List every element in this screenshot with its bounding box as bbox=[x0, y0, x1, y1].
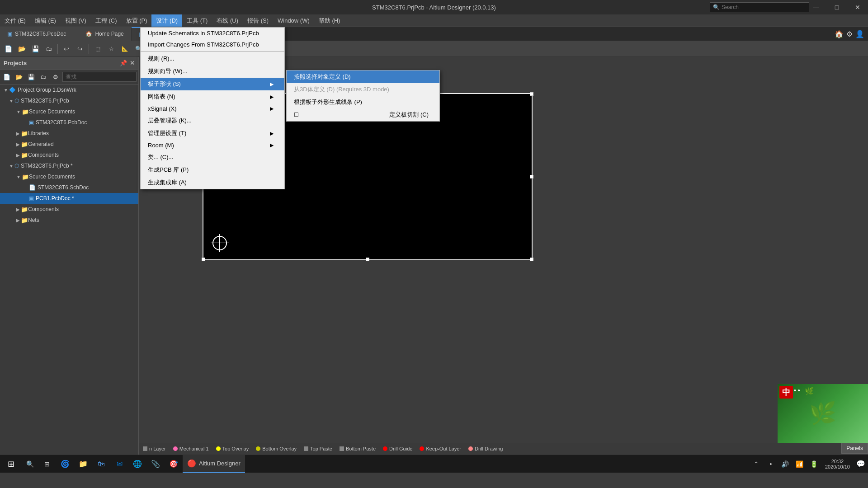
tray-volume[interactable]: 🔊 bbox=[778, 455, 793, 473]
highlight-btn[interactable]: ☆ bbox=[105, 42, 118, 55]
menu-classes[interactable]: 类... (C)... bbox=[141, 151, 284, 164]
menu-rules-wizard[interactable]: 规则向导 (W)... bbox=[141, 65, 284, 78]
save-all-btn[interactable]: 🗂 bbox=[42, 42, 55, 55]
layer-top-overlay[interactable]: Top Overlay bbox=[212, 443, 253, 455]
menu-gen-pcb[interactable]: 生成PCB 库 (P) bbox=[141, 164, 284, 176]
save-doc-btn[interactable]: 💾 bbox=[26, 71, 37, 82]
tree-schdoc[interactable]: 📄 STM32C8T6.SchDoc bbox=[0, 182, 138, 193]
new-doc-btn[interactable]: 📄 bbox=[2, 71, 12, 82]
menu-project[interactable]: 工程 (C) bbox=[91, 14, 122, 27]
tree-pcb1[interactable]: ▣ PCB1.PcbDoc * bbox=[0, 193, 138, 204]
tray-network[interactable]: 📶 bbox=[793, 455, 807, 473]
panels-button[interactable]: Panels bbox=[841, 443, 868, 454]
menu-layer-set[interactable]: 管理层设置 (T) ▶ bbox=[141, 127, 284, 140]
tab-pcbdoc[interactable]: ▣ STM32C8T6.PcbDoc bbox=[0, 27, 78, 41]
tray-dot[interactable]: • bbox=[764, 455, 778, 473]
save-btn[interactable]: 💾 bbox=[29, 42, 42, 55]
panel-pin-icon[interactable]: 📌 bbox=[120, 60, 127, 66]
layer-drill-guide[interactable]: Drill Guide bbox=[379, 443, 416, 455]
tree-components-2[interactable]: ▶ 📁 Components bbox=[0, 204, 138, 215]
sep1 bbox=[57, 44, 58, 54]
menu-place[interactable]: 放置 (P) bbox=[122, 14, 152, 27]
start-button[interactable]: ⊞ bbox=[0, 455, 22, 473]
layer-drill-drawing[interactable]: Drill Drawing bbox=[465, 443, 506, 455]
search-box[interactable]: 🔍 bbox=[710, 2, 809, 12]
menu-update-sch[interactable]: Update Schematics in STM32C8T6.PrjPcb bbox=[141, 28, 284, 39]
close-button[interactable]: ✕ bbox=[847, 0, 868, 14]
minimize-button[interactable]: — bbox=[806, 0, 826, 14]
home-icon[interactable]: 🏠 bbox=[835, 30, 844, 38]
menu-netlist[interactable]: 网络表 (N) ▶ bbox=[141, 90, 284, 103]
ie-btn[interactable]: 🌐 bbox=[128, 455, 146, 473]
undo-btn[interactable]: ↩ bbox=[60, 42, 73, 55]
redo-btn[interactable]: ↪ bbox=[74, 42, 86, 55]
restore-button[interactable]: □ bbox=[826, 0, 847, 14]
explorer-btn[interactable]: 📁 bbox=[74, 455, 92, 473]
settings-panel-btn[interactable]: ⚙ bbox=[50, 71, 61, 82]
tab-pcbdoc-label: STM32C8T6.PcbDoc bbox=[15, 31, 66, 37]
select-btn[interactable]: ⬚ bbox=[91, 42, 104, 55]
tray-chevron[interactable]: ⌃ bbox=[749, 455, 764, 473]
measure-btn[interactable]: 📐 bbox=[118, 42, 131, 55]
menu-edit[interactable]: 编辑 (E) bbox=[30, 14, 61, 27]
menu-tools[interactable]: 工具 (T) bbox=[182, 14, 212, 27]
new-btn[interactable]: 📄 bbox=[2, 42, 14, 55]
edge-btn[interactable]: 🌀 bbox=[56, 455, 74, 473]
tab-homepage[interactable]: 🏠 Home Page bbox=[78, 27, 131, 41]
open-btn[interactable]: 📂 bbox=[15, 42, 28, 55]
menu-rules[interactable]: 规则 (R)... bbox=[141, 52, 284, 65]
tree-project-2[interactable]: ▼ ⬡ STM32C8T6.PrjPcb * bbox=[0, 160, 138, 171]
menu-xsignal[interactable]: xSignal (X) ▶ bbox=[141, 103, 284, 114]
search-input[interactable] bbox=[722, 4, 806, 10]
menu-report[interactable]: 报告 (S) bbox=[243, 14, 273, 27]
notification-btn[interactable]: 💬 bbox=[854, 455, 868, 473]
app1-btn[interactable]: 📎 bbox=[146, 455, 165, 473]
menu-window[interactable]: Window (W) bbox=[273, 14, 314, 27]
menu-route[interactable]: 布线 (U) bbox=[212, 14, 243, 27]
menu-layer-mgr[interactable]: 层叠管理器 (K)... bbox=[141, 114, 284, 127]
tree-nets[interactable]: ▶ 📁 Nets bbox=[0, 215, 138, 225]
store-btn[interactable]: 🛍 bbox=[92, 455, 110, 473]
tree-libraries[interactable]: ▶ 📁 Libraries bbox=[0, 128, 138, 139]
taskbar-search-btn[interactable]: 🔍 bbox=[22, 455, 38, 473]
menu-help[interactable]: 帮助 (H) bbox=[314, 14, 345, 27]
tree-project-1[interactable]: ▼ ⬡ STM32C8T6.PrjPcb bbox=[0, 95, 138, 106]
app2-btn[interactable]: 🎯 bbox=[165, 455, 183, 473]
submenu-gen-outline[interactable]: 根据板子外形生成线条 (P) bbox=[287, 96, 439, 108]
tree-generated[interactable]: ▶ 📁 Generated bbox=[0, 139, 138, 150]
layer-keepout[interactable]: Keep-Out Layer bbox=[416, 443, 465, 455]
layer-mech1[interactable]: Mechanical 1 bbox=[170, 443, 212, 455]
layer-bottom-paste[interactable]: Bottom Paste bbox=[336, 443, 379, 455]
new-folder-btn[interactable]: 🗂 bbox=[38, 71, 48, 82]
task-view-btn[interactable]: ⊞ bbox=[38, 455, 56, 473]
menu-design[interactable]: 设计 (D) bbox=[151, 14, 182, 27]
tray-battery[interactable]: 🔋 bbox=[807, 455, 821, 473]
menu-board-shape[interactable]: 板子形状 (S) ▶ bbox=[141, 78, 284, 90]
panel-search-input[interactable] bbox=[62, 72, 137, 82]
user-icon[interactable]: 👤 bbox=[855, 30, 864, 38]
menu-view[interactable]: 视图 (V) bbox=[61, 14, 91, 27]
clock[interactable]: 20:32 2020/10/10 bbox=[821, 455, 854, 473]
altium-taskbar-btn[interactable]: 🔴 Altium Designer bbox=[183, 455, 245, 473]
folder-icon-2: 📁 bbox=[22, 174, 29, 180]
mail-btn[interactable]: ✉ bbox=[110, 455, 128, 473]
menu-file[interactable]: 文件 (E) bbox=[0, 14, 30, 27]
tree-src-docs-1[interactable]: ▼ 📁 Source Documents bbox=[0, 106, 138, 117]
menu-gen-int[interactable]: 生成集成库 (A) bbox=[141, 176, 284, 189]
layer-n[interactable]: n Layer bbox=[139, 443, 170, 455]
tree-project-group[interactable]: ▼ 🔷 Project Group 1.DsnWrk bbox=[0, 84, 138, 95]
tree-src-docs-2[interactable]: ▼ 📁 Source Documents bbox=[0, 171, 138, 182]
tab-bar: ▣ STM32C8T6.PcbDoc 🏠 Home Page ▣ PCB1.Pc… bbox=[0, 27, 868, 41]
menu-room[interactable]: Room (M) ▶ bbox=[141, 140, 284, 151]
menu-import-changes[interactable]: Import Changes From STM32C8T6.PrjPcb bbox=[141, 39, 284, 50]
tree-components-1[interactable]: ▶ 📁 Components bbox=[0, 150, 138, 160]
settings-icon[interactable]: ⚙ bbox=[846, 30, 853, 38]
submenu-define-cut[interactable]: ☐ 定义板切割 (C) bbox=[287, 108, 439, 121]
layer-top-paste[interactable]: Top Paste bbox=[300, 443, 336, 455]
open-doc-btn[interactable]: 📂 bbox=[14, 71, 24, 82]
panel-close-icon[interactable]: ✕ bbox=[130, 60, 135, 66]
tree-pcbdoc-1[interactable]: ▣ STM32C8T6.PcbDoc bbox=[0, 117, 138, 128]
layer-bottom-overlay[interactable]: Bottom Overlay bbox=[252, 443, 300, 455]
submenu-define-sel[interactable]: 按照选择对象定义 (D) bbox=[287, 70, 439, 83]
submenu-define-3d: 从3D体定义 (D) (Requires 3D mode) bbox=[287, 83, 439, 96]
